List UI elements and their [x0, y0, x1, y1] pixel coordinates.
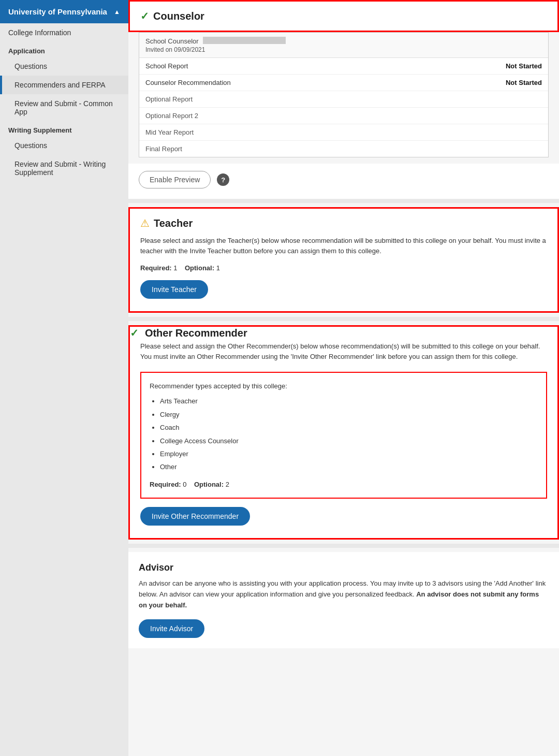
required-label: Required:: [140, 264, 172, 272]
rec-type-other: Other: [160, 461, 538, 473]
counselor-check-icon: ✓: [140, 10, 149, 22]
report-row-optional2: Optional Report 2: [139, 108, 548, 124]
divider-3: [128, 544, 559, 548]
required-label: Required:: [150, 481, 181, 488]
invite-other-recommender-button[interactable]: Invite Other Recommender: [140, 507, 250, 526]
rec-types-list: Arts Teacher Clergy Coach College Access…: [150, 395, 538, 473]
optional-label: Optional:: [194, 481, 224, 488]
advisor-section: Advisor An advisor can be anyone who is …: [128, 552, 559, 648]
report-status: Not Started: [506, 62, 542, 70]
report-label: Optional Report: [145, 95, 193, 103]
other-rec-check-icon: ✓: [130, 327, 139, 339]
other-recommender-section: ✓ Other Recommender Please select and as…: [128, 325, 559, 540]
other-rec-required-optional: Required: 0 Optional: 2: [150, 478, 538, 490]
required-value: 1: [173, 264, 177, 272]
school-counselor-label: School Counselor: [145, 37, 199, 45]
required-value: 0: [183, 481, 186, 488]
other-rec-header: ✓ Other Recommender: [130, 327, 557, 339]
sidebar-item-questions-ws[interactable]: Questions: [0, 136, 128, 155]
sidebar-item-recommenders-ferpa[interactable]: Recommenders and FERPA: [0, 76, 128, 94]
invite-teacher-button[interactable]: Invite Teacher: [140, 280, 208, 299]
optional-value: 1: [216, 264, 220, 272]
report-row-counselor-rec: Counselor Recommendation Not Started: [139, 75, 548, 91]
report-label: Counselor Recommendation: [145, 79, 231, 86]
sidebar-university-header[interactable]: University of Pennsylvania ▲: [0, 0, 128, 23]
invite-advisor-button[interactable]: Invite Advisor: [139, 619, 204, 638]
advisor-description: An advisor can be anyone who is assistin…: [139, 578, 549, 610]
sidebar-section-application: Application: [0, 42, 128, 57]
counselor-title: Counselor: [153, 10, 204, 22]
counselor-reports: School Report Not Started Counselor Reco…: [139, 58, 548, 157]
report-row-final: Final Report: [139, 141, 548, 157]
counselor-name-placeholder: [203, 37, 286, 44]
counselor-card-header: School Counselor Invited on 09/09/2021: [139, 33, 548, 58]
enable-preview-button[interactable]: Enable Preview: [139, 171, 211, 188]
report-row-school-report: School Report Not Started: [139, 58, 548, 75]
teacher-btn-row: Invite Teacher: [130, 278, 557, 301]
other-rec-btn-row: Invite Other Recommender: [130, 505, 557, 528]
rec-type-clergy: Clergy: [160, 409, 538, 420]
university-name: University of Pennsylvania: [8, 7, 107, 16]
report-row-optional: Optional Report: [139, 91, 548, 108]
sidebar-section-writing-supplement: Writing Supplement: [0, 121, 128, 136]
enable-preview-row: Enable Preview ?: [128, 164, 559, 199]
teacher-section: ⚠ Teacher Please select and assign the T…: [128, 207, 559, 313]
sidebar: University of Pennsylvania ▲ College Inf…: [0, 0, 128, 756]
report-row-midyear: Mid Year Report: [139, 124, 548, 141]
teacher-required-optional: Required: 1 Optional: 1: [130, 262, 557, 278]
rec-types-title: Recommender types accepted by this colle…: [150, 380, 538, 392]
rec-type-coach: Coach: [160, 421, 538, 433]
report-status: Not Started: [506, 79, 542, 86]
teacher-description: Please select and assign the Teacher(s) …: [130, 234, 557, 262]
advisor-title: Advisor: [139, 562, 549, 573]
teacher-title: Teacher: [154, 217, 193, 229]
other-rec-description: Please select and assign the Other Recom…: [130, 339, 557, 368]
rec-type-employer: Employer: [160, 448, 538, 460]
chevron-icon: ▲: [114, 8, 120, 16]
report-label: Optional Report 2: [145, 112, 198, 120]
teacher-header: ⚠ Teacher: [130, 209, 557, 234]
divider-1: [128, 199, 559, 203]
teacher-warning-icon: ⚠: [140, 217, 150, 229]
report-label: Mid Year Report: [145, 128, 194, 136]
rec-type-arts-teacher: Arts Teacher: [160, 395, 538, 407]
optional-label: Optional:: [185, 264, 214, 272]
other-rec-title: Other Recommender: [145, 327, 247, 339]
rec-type-college-access-counselor: College Access Counselor: [160, 435, 538, 447]
counselor-invited-date: Invited on 09/09/2021: [145, 46, 542, 53]
counselor-section: ✓ Counselor School Counselor Invited on …: [128, 0, 559, 199]
rec-types-box: Recommender types accepted by this colle…: [140, 372, 547, 499]
main-content: ✓ Counselor School Counselor Invited on …: [128, 0, 559, 756]
divider-2: [128, 317, 559, 321]
counselor-card: School Counselor Invited on 09/09/2021 S…: [139, 32, 549, 157]
sidebar-item-review-common-app[interactable]: Review and Submit - Common App: [0, 94, 128, 121]
report-label: School Report: [145, 62, 188, 70]
sidebar-item-college-info[interactable]: College Information: [0, 23, 128, 42]
help-icon[interactable]: ?: [217, 173, 229, 186]
sidebar-item-questions[interactable]: Questions: [0, 57, 128, 76]
report-label: Final Report: [145, 145, 182, 153]
counselor-header: ✓ Counselor: [128, 0, 559, 32]
sidebar-item-review-writing-supplement[interactable]: Review and Submit - Writing Supplement: [0, 155, 128, 182]
optional-value: 2: [226, 481, 229, 488]
